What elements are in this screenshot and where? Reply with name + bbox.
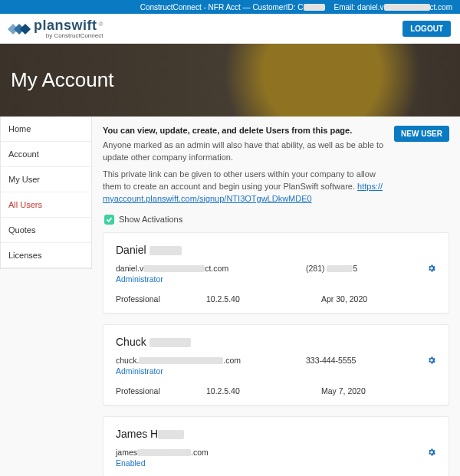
show-activations-toggle[interactable]: Show Activations [104, 215, 449, 225]
user-version: 10.2.5.40 [206, 294, 321, 304]
user-phone: 333-444-5555 [306, 356, 421, 365]
gear-icon[interactable] [427, 448, 436, 459]
user-version: 10.2.5.40 [206, 386, 321, 396]
user-card: Daniel daniel.vct.com Administrator (281… [103, 232, 449, 314]
user-date: Apr 30, 2020 [321, 294, 436, 304]
user-plan: Professional [116, 386, 206, 396]
user-name: Daniel [116, 244, 436, 256]
sidebar-item-licenses[interactable]: Licenses [1, 243, 91, 268]
account-info: ConstructConnect - NFR Acct — CustomerID… [140, 3, 325, 11]
main-panel: You can view, update, create, and delete… [92, 117, 460, 476]
user-date: May 7, 2020 [321, 386, 436, 396]
user-role: Administrator [116, 274, 306, 284]
logo-mark-icon [9, 22, 29, 36]
intro-p2: This private link can be given to other … [103, 169, 386, 205]
intro-lead: You can view, update, create, and delete… [103, 126, 386, 135]
user-phone: (281) 5 [306, 264, 421, 273]
sidebar-item-allusers[interactable]: All Users [1, 192, 91, 218]
user-email: daniel.vct.com [116, 264, 306, 273]
sidebar-item-home[interactable]: Home [1, 117, 91, 142]
intro-p1: Anyone marked as an admin will also have… [103, 140, 386, 164]
top-info-bar: ConstructConnect - NFR Acct — CustomerID… [0, 0, 460, 14]
user-name: James H [116, 428, 436, 440]
sidebar: Home Account My User All Users Quotes Li… [0, 117, 92, 269]
user-plan: Professional [116, 294, 206, 304]
gear-icon[interactable] [427, 264, 436, 275]
logout-button[interactable]: LOGOUT [402, 21, 451, 37]
user-name: Chuck [116, 336, 436, 348]
user-card: James H james.com Enabled [103, 416, 449, 476]
sidebar-item-account[interactable]: Account [1, 142, 91, 167]
user-role: Enabled [116, 458, 306, 468]
checkbox-checked-icon [104, 215, 114, 225]
user-email: chuck..com [116, 356, 306, 365]
user-card: Chuck chuck..com Administrator 333-444-5… [103, 324, 449, 405]
logo[interactable]: planswift® by ConstructConnect [9, 18, 103, 39]
logo-byline: by ConstructConnect [34, 33, 103, 39]
user-role: Administrator [116, 366, 306, 376]
sidebar-item-myuser[interactable]: My User [1, 167, 91, 192]
show-activations-label: Show Activations [119, 215, 182, 224]
hero-banner: My Account [0, 44, 460, 117]
logo-brand: planswift [34, 18, 97, 33]
user-email: james.com [116, 448, 306, 457]
gear-icon[interactable] [427, 356, 436, 367]
sidebar-item-quotes[interactable]: Quotes [1, 218, 91, 243]
email-info: Email: daniel.vct.com [334, 3, 452, 11]
header: planswift® by ConstructConnect LOGOUT [0, 14, 460, 44]
page-title: My Account [11, 68, 113, 92]
new-user-button[interactable]: NEW USER [394, 126, 449, 142]
